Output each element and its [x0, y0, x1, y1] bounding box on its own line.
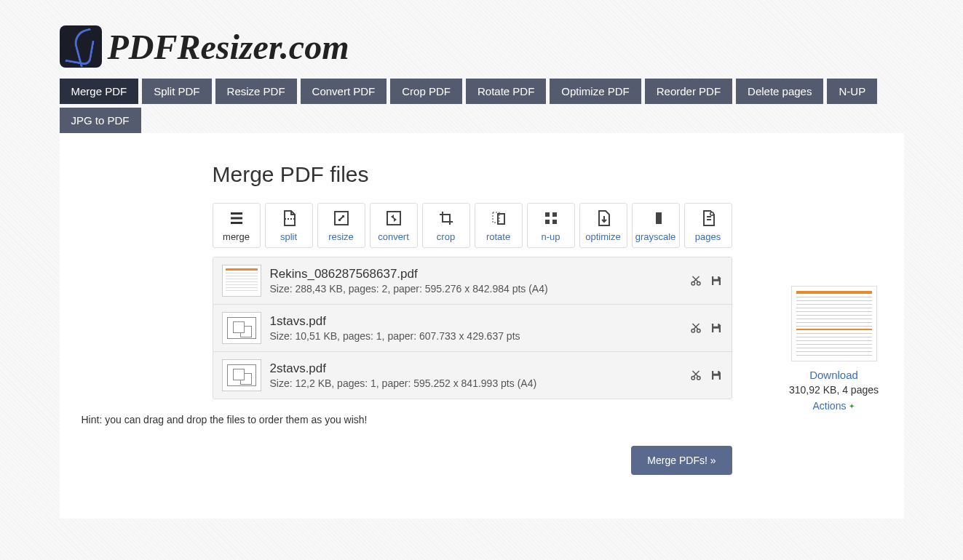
svg-line-33 [694, 371, 700, 377]
hint-text: Hint: you can drag and drop the files to… [82, 414, 732, 425]
file-info: 1stavs.pdfSize: 10,51 KB, pages: 1, pape… [270, 314, 681, 342]
remove-icon[interactable] [689, 321, 702, 335]
remove-icon[interactable] [689, 274, 702, 287]
merge-button[interactable]: Merge PDFs! » [631, 446, 732, 475]
svg-rect-35 [713, 371, 718, 374]
tool-label: pages [695, 231, 721, 242]
tool-merge-button[interactable]: merge [213, 203, 261, 248]
svg-rect-30 [713, 329, 719, 332]
file-name: 1stavs.pdf [270, 314, 681, 329]
save-icon[interactable] [710, 369, 723, 382]
save-icon[interactable] [710, 321, 723, 335]
tool-label: rotate [486, 231, 510, 242]
logo-icon [60, 25, 102, 68]
nup-icon [542, 209, 560, 227]
svg-rect-36 [713, 376, 719, 380]
svg-line-27 [694, 324, 700, 329]
file-info: 2stavs.pdfSize: 12,2 KB, pages: 1, paper… [270, 361, 681, 389]
nav-item-rotate-pdf[interactable]: Rotate PDF [466, 79, 546, 104]
tool-crop-button[interactable]: crop [422, 203, 470, 248]
svg-point-20 [697, 282, 700, 286]
file-name: 2stavs.pdf [270, 361, 681, 376]
file-thumbnail [222, 265, 261, 297]
nav-item-resize-pdf[interactable]: Resize PDF [215, 79, 297, 104]
file-thumbnail [222, 312, 261, 344]
tool-pages-button[interactable]: pages [684, 203, 732, 248]
svg-point-31 [691, 377, 695, 380]
result-panel: Download 310,92 KB, 4 pages Actions [761, 162, 907, 475]
svg-rect-29 [713, 324, 718, 327]
tool-label: merge [223, 231, 250, 242]
nav-item-crop-pdf[interactable]: Crop PDF [390, 79, 462, 104]
tool-label: crop [437, 231, 455, 242]
result-preview-thumbnail[interactable] [791, 286, 877, 361]
tool-rotate-button[interactable]: rotate [475, 203, 523, 248]
tool-nup-button[interactable]: n-up [527, 203, 575, 248]
svg-rect-6 [498, 214, 504, 224]
file-actions [689, 369, 723, 382]
file-row[interactable]: 1stavs.pdfSize: 10,51 KB, pages: 1, pape… [213, 305, 732, 352]
nav-item-reorder-pdf[interactable]: Reorder PDF [645, 79, 732, 104]
save-icon[interactable] [710, 274, 723, 287]
nav-item-convert-pdf[interactable]: Convert PDF [301, 79, 387, 104]
svg-rect-8 [545, 212, 550, 217]
file-info: Rekins_086287568637.pdfSize: 288,43 KB, … [270, 267, 681, 295]
file-thumbnail [222, 359, 261, 391]
main-nav: Merge PDFSplit PDFResize PDFConvert PDFC… [60, 79, 904, 133]
tool-label: optimize [585, 231, 620, 242]
tool-resize-button[interactable]: resize [317, 203, 365, 248]
actions-link[interactable]: Actions [813, 400, 855, 412]
file-list: Rekins_086287568637.pdfSize: 288,43 KB, … [213, 257, 732, 399]
optimize-icon [595, 209, 612, 227]
nav-item-jpg-to-pdf[interactable]: JPG to PDF [60, 108, 141, 133]
file-row[interactable]: 2stavs.pdfSize: 12,2 KB, pages: 1, paper… [213, 352, 732, 399]
actions-label: Actions [813, 400, 847, 412]
tool-label: convert [378, 231, 409, 242]
split-icon [280, 209, 298, 227]
svg-rect-23 [713, 276, 718, 279]
tool-grayscale-button[interactable]: grayscale [632, 203, 680, 248]
crop-icon [437, 209, 455, 227]
grayscale-icon [647, 209, 665, 227]
tool-split-button[interactable]: split [265, 203, 313, 248]
svg-point-25 [691, 329, 695, 333]
nav-item-split-pdf[interactable]: Split PDF [142, 79, 211, 104]
svg-line-34 [692, 371, 698, 377]
nav-item-delete-pages[interactable]: Delete pages [736, 79, 823, 104]
svg-rect-2 [231, 222, 242, 224]
file-name: Rekins_086287568637.pdf [270, 267, 681, 281]
resize-icon [333, 209, 350, 227]
nav-item-n-up[interactable]: N-UP [827, 79, 877, 104]
svg-line-22 [692, 276, 698, 282]
svg-rect-1 [231, 217, 242, 219]
page-title: Merge PDF files [213, 162, 732, 187]
header: PDFResizer.com [60, 0, 904, 79]
remove-icon[interactable] [689, 369, 702, 382]
tool-optimize-button[interactable]: optimize [579, 203, 627, 248]
file-meta: Size: 12,2 KB, pages: 1, paper: 595.252 … [270, 377, 681, 389]
nav-item-optimize-pdf[interactable]: Optimize PDF [550, 79, 641, 104]
tool-toolbar: mergesplitresizeconvertcroprotaten-upopt… [213, 203, 732, 248]
svg-point-19 [691, 282, 695, 286]
svg-point-26 [697, 329, 700, 333]
svg-rect-9 [552, 212, 557, 217]
file-row[interactable]: Rekins_086287568637.pdfSize: 288,43 KB, … [213, 257, 732, 305]
pages-icon [700, 209, 717, 227]
tool-label: grayscale [635, 231, 676, 242]
file-meta: Size: 288,43 KB, pages: 2, paper: 595.27… [270, 283, 681, 295]
tool-label: resize [328, 231, 354, 242]
file-actions [689, 274, 723, 287]
svg-rect-13 [650, 212, 656, 224]
download-link[interactable]: Download [809, 369, 858, 381]
rotate-icon [490, 209, 507, 227]
svg-line-21 [694, 276, 700, 282]
svg-rect-10 [545, 220, 550, 224]
nav-item-merge-pdf[interactable]: Merge PDF [60, 79, 139, 104]
result-meta: 310,92 KB, 4 pages [789, 384, 879, 396]
merge-icon [228, 209, 245, 227]
svg-line-28 [692, 324, 698, 329]
tool-convert-button[interactable]: convert [370, 203, 418, 248]
svg-point-32 [697, 377, 700, 380]
svg-rect-11 [552, 220, 557, 224]
svg-rect-24 [713, 281, 719, 285]
